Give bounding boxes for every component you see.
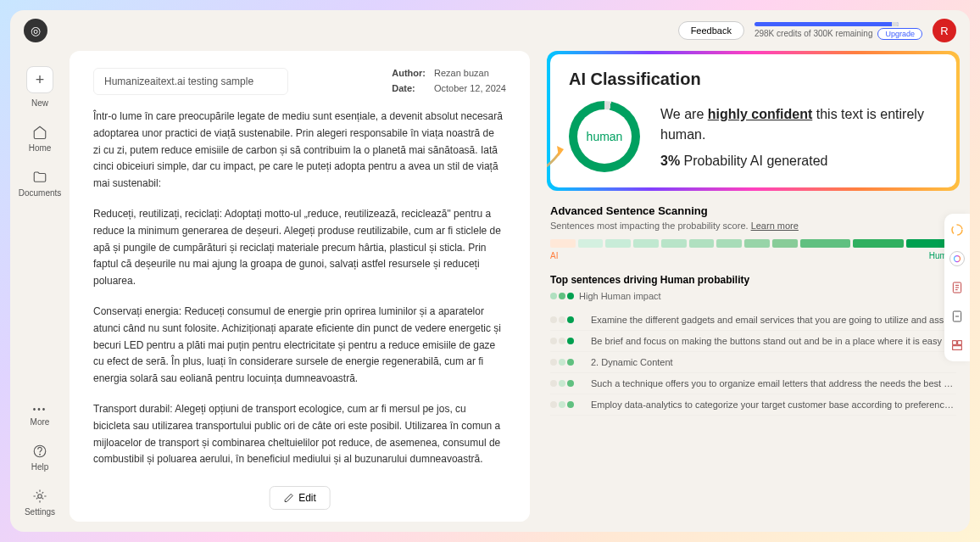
impact-legend: High Human impact — [550, 291, 956, 301]
svg-rect-9 — [953, 346, 962, 350]
impact-dot-icon — [550, 316, 557, 323]
probability-text: 3% Probability AI generated — [660, 154, 938, 169]
edit-button[interactable]: Edit — [269, 486, 331, 510]
sentence-item[interactable]: 2. Dynamic Content — [550, 352, 956, 373]
folder-icon — [32, 170, 47, 185]
svg-point-4 — [955, 256, 961, 262]
doc-para: Conservați energia: Reduceți consumul de… — [93, 304, 503, 388]
ai-label: AI — [550, 251, 558, 260]
spectrum-segment — [772, 239, 798, 248]
impact-dots — [550, 401, 579, 408]
scan-icon[interactable] — [949, 251, 965, 266]
help-button[interactable]: Help — [10, 437, 70, 478]
doc-para: Transport durabil: Alegeți opțiuni de tr… — [93, 401, 503, 468]
impact-dots — [550, 316, 579, 323]
date-value: October 12, 2024 — [434, 83, 506, 93]
author-label: Author: — [392, 68, 426, 78]
svg-point-2 — [38, 495, 42, 499]
impact-dot-icon — [567, 401, 574, 408]
learn-more-link[interactable]: Learn more — [751, 221, 799, 231]
confidence-text: We are highly confident this text is ent… — [660, 104, 938, 145]
impact-dot-icon — [559, 380, 565, 387]
spectrum-segment — [578, 239, 604, 248]
new-button[interactable]: + New — [10, 59, 70, 115]
sentence-text: Be brief and focus on making the buttons… — [591, 336, 956, 346]
impact-dot-icon — [550, 293, 557, 299]
impact-dot-icon — [559, 401, 565, 408]
documents-button[interactable]: Documents — [10, 163, 70, 204]
probability-gauge: human — [569, 101, 640, 172]
impact-dots — [550, 338, 579, 344]
spectrum-segment — [550, 239, 576, 248]
sentence-item[interactable]: Examine the different gadgets and email … — [550, 310, 956, 331]
impact-dot-icon — [567, 380, 574, 387]
app-logo-icon[interactable]: ◎ — [24, 19, 47, 42]
doc-para: Reduceți, reutilizați, reciclați: Adopta… — [93, 206, 503, 290]
more-button[interactable]: ••• More — [10, 398, 70, 433]
upgrade-button[interactable]: Upgrade — [877, 28, 922, 40]
svg-point-1 — [40, 454, 41, 455]
impact-dot-icon — [567, 293, 574, 299]
grid-icon[interactable] — [949, 338, 965, 353]
sentence-list[interactable]: Examine the different gadgets and email … — [550, 310, 956, 416]
svg-rect-7 — [953, 341, 957, 345]
sentence-item[interactable]: Be brief and focus on making the buttons… — [550, 331, 956, 352]
classification-panel: AI Classification human We are highly co… — [547, 51, 960, 522]
document-title-input[interactable] — [93, 68, 288, 95]
spectrum-segment — [800, 239, 850, 248]
doc-para: Într-o lume în care preocupările legate … — [93, 109, 503, 193]
credits-text: 298K credits of 300K remaining — [754, 29, 873, 38]
top-sentences-title: Top sentences driving Human probability — [550, 274, 956, 286]
dots-icon: ••• — [33, 405, 47, 414]
spectrum-segment — [633, 239, 659, 248]
home-icon — [32, 125, 47, 140]
impact-dot-icon — [550, 338, 557, 344]
impact-dots — [550, 380, 579, 387]
sentence-text: Such a technique offers you to organize … — [591, 378, 956, 388]
impact-dot-icon — [567, 359, 574, 366]
note-icon[interactable] — [949, 309, 965, 324]
spectrum-segment — [661, 239, 687, 248]
author-value: Rezan buzan — [434, 68, 506, 78]
user-avatar[interactable]: R — [933, 19, 956, 42]
credits-area: 298K credits of 300K remaining Upgrade — [754, 22, 922, 40]
document-meta: Author: Rezan buzan Date: October 12, 20… — [392, 68, 506, 93]
impact-dot-icon — [567, 316, 574, 323]
home-button[interactable]: Home — [10, 118, 70, 159]
advanced-subtitle: Sentences most impacting the probability… — [550, 221, 956, 231]
settings-button[interactable]: Settings — [10, 482, 70, 523]
impact-dot-icon — [559, 359, 565, 366]
impact-dot-icon — [550, 359, 557, 366]
sentence-text: Examine the different gadgets and email … — [591, 315, 956, 325]
sidebar: + New Home Documents ••• More Help — [10, 51, 70, 532]
gauge-label: human — [587, 130, 623, 143]
document-body[interactable]: Într-o lume în care preocupările legate … — [93, 109, 506, 505]
spectrum-segment — [744, 239, 770, 248]
impact-dot-icon — [559, 293, 565, 299]
impact-dot-icon — [550, 380, 557, 387]
sentence-spectrum — [550, 239, 956, 248]
svg-point-3 — [952, 225, 962, 235]
svg-rect-8 — [958, 341, 962, 345]
sentence-item[interactable]: Such a technique offers you to organize … — [550, 373, 956, 394]
impact-dot-icon — [550, 401, 557, 408]
sentence-item[interactable]: Employ data-analytics to categorize your… — [550, 394, 956, 416]
loader-icon[interactable] — [949, 222, 965, 237]
advanced-section: Advanced Sentence Scanning Sentences mos… — [547, 204, 960, 416]
credits-progress-bar — [754, 22, 899, 26]
impact-dot-icon — [567, 338, 574, 344]
classification-title: AI Classification — [569, 70, 938, 89]
app-frame: ◎ Feedback 298K credits of 300K remainin… — [10, 10, 970, 532]
pencil-icon — [283, 493, 293, 503]
impact-dot-icon — [559, 316, 565, 323]
document-panel: Author: Rezan buzan Date: October 12, 20… — [70, 51, 530, 522]
impact-dots — [550, 359, 579, 366]
spectrum-segment — [716, 239, 742, 248]
advanced-title: Advanced Sentence Scanning — [550, 204, 956, 217]
spectrum-segment — [689, 239, 715, 248]
date-label: Date: — [392, 83, 426, 93]
plus-icon: + — [26, 66, 53, 93]
document-icon[interactable] — [949, 280, 965, 295]
spectrum-segment — [605, 239, 631, 248]
feedback-button[interactable]: Feedback — [678, 21, 744, 40]
